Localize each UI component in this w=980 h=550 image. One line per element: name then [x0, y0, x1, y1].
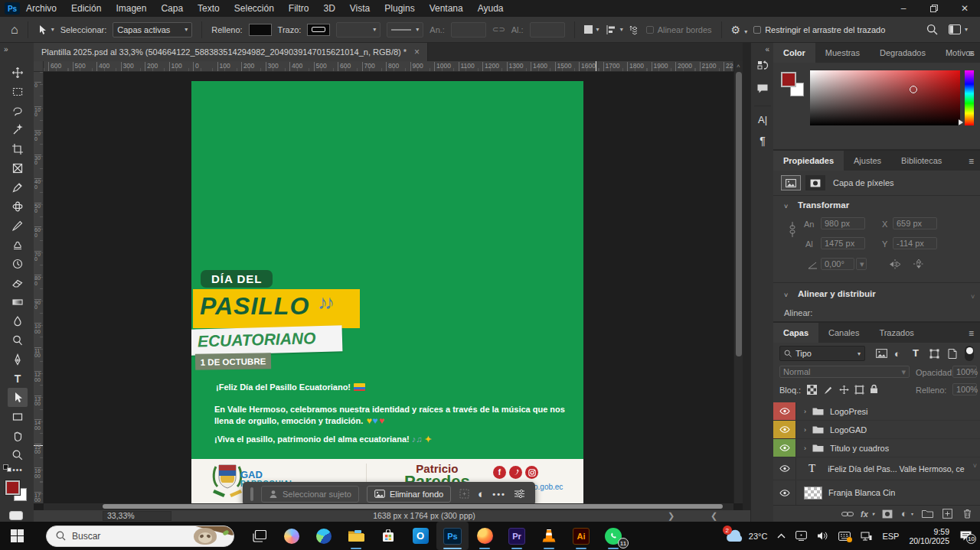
edge-app-icon[interactable] — [308, 522, 340, 550]
group-chevron-icon[interactable]: › — [804, 426, 806, 434]
photoshop-app-icon[interactable]: Ps — [436, 522, 469, 550]
tray-expand-icon[interactable] — [777, 533, 786, 539]
menu-capa[interactable]: Capa — [161, 3, 183, 14]
filter-smartobject-icon[interactable] — [948, 349, 957, 359]
character-panel-icon[interactable]: A| — [753, 110, 772, 129]
visibility-eye-icon[interactable] — [773, 421, 796, 438]
dock-collapse-icon[interactable]: « — [765, 45, 769, 54]
new-group-icon[interactable] — [919, 507, 936, 521]
delete-layer-icon[interactable] — [959, 507, 975, 521]
notification-center-icon[interactable]: 10 — [959, 530, 972, 542]
search-highlight-sloth-image[interactable] — [174, 526, 234, 547]
chevron-down-icon[interactable]: ˅ — [784, 291, 788, 299]
eraser-tool-icon[interactable] — [8, 273, 28, 292]
volume-icon[interactable] — [817, 531, 828, 541]
taskbar-drag-handle[interactable] — [250, 487, 253, 501]
home-icon[interactable]: ⌂ — [11, 23, 18, 37]
layer-style-icon[interactable]: fx▾ — [859, 507, 876, 521]
scroll-down-icon[interactable]: ˅ — [973, 462, 977, 470]
visibility-eye-icon[interactable] — [773, 457, 796, 480]
search-icon[interactable] — [926, 24, 938, 35]
filter-type-icon[interactable]: T — [913, 347, 919, 359]
menu-plugins[interactable]: Plugins — [384, 3, 414, 14]
horizontal-scroll-thumb[interactable] — [103, 504, 723, 509]
color-foreground-swatch[interactable] — [781, 72, 796, 87]
tab-propiedades[interactable]: Propiedades — [773, 151, 844, 171]
visibility-eye-icon[interactable] — [773, 480, 796, 505]
lock-position-icon[interactable] — [839, 385, 849, 395]
layer-row-logopresi[interactable]: › LogoPresi — [773, 402, 980, 421]
lasso-tool-icon[interactable] — [8, 101, 28, 120]
vlc-app-icon[interactable] — [533, 522, 565, 550]
pixel-layer-icon[interactable] — [781, 175, 801, 190]
group-chevron-icon[interactable]: › — [804, 444, 806, 452]
color-picker-cursor[interactable] — [910, 86, 917, 93]
lock-pixels-icon[interactable] — [824, 385, 834, 395]
object-selection-tool-icon[interactable] — [8, 120, 28, 139]
comments-panel-icon[interactable] — [753, 80, 772, 98]
gradient-tool-icon[interactable] — [8, 292, 28, 311]
language-indicator[interactable]: ESP — [882, 532, 899, 541]
menu-imagen[interactable]: Imagen — [116, 3, 146, 14]
blur-tool-icon[interactable] — [8, 311, 28, 330]
whatsapp-app-icon[interactable]: 11 — [597, 522, 629, 550]
task-view-button[interactable] — [243, 522, 276, 550]
menu-archivo[interactable]: Archivo — [26, 3, 57, 14]
foreground-background-swatches[interactable] — [5, 477, 30, 503]
menu-ventana[interactable]: Ventana — [430, 3, 463, 14]
premiere-app-icon[interactable]: Pr — [501, 522, 533, 550]
menu-filtro[interactable]: Filtro — [289, 3, 309, 14]
quick-mask-icon[interactable] — [9, 511, 23, 520]
toolbox-collapse-icon[interactable]: » — [4, 45, 8, 54]
weather-widget[interactable]: 2 23°C — [726, 529, 768, 542]
seleccionar-dropdown[interactable]: Capas activas▾ — [113, 22, 192, 37]
paragraph-panel-icon[interactable]: ¶ — [753, 132, 772, 150]
workspace-switcher-icon[interactable]: ▾ — [949, 24, 968, 34]
contextual-task-bar[interactable]: Seleccionar sujeto Eliminar fondo ◐ ••• — [243, 482, 535, 503]
healing-brush-tool-icon[interactable] — [8, 197, 28, 216]
crop-tool-icon[interactable] — [8, 139, 28, 158]
tab-color[interactable]: Color — [773, 43, 815, 63]
close-icon[interactable]: ✕ — [949, 0, 980, 17]
filter-shape-icon[interactable] — [929, 349, 939, 359]
visibility-eye-icon[interactable] — [773, 439, 796, 457]
visibility-eye-icon[interactable] — [773, 402, 796, 420]
tab-bibliotecas[interactable]: Bibliotecas — [891, 151, 952, 171]
frame-tool-icon[interactable] — [8, 158, 28, 177]
filter-pixel-icon[interactable] — [876, 349, 887, 358]
path-alignment-icon[interactable]: ▾ — [606, 25, 623, 34]
tab-trazados[interactable]: Trazados — [869, 323, 923, 343]
fill-swatch[interactable] — [249, 24, 272, 36]
vertical-scrollbar[interactable]: ˄ — [733, 61, 743, 503]
path-arrangement-icon[interactable] — [629, 24, 640, 35]
gear-icon[interactable]: ⚙▾ — [731, 24, 748, 36]
vertical-scroll-thumb[interactable] — [736, 72, 742, 356]
type-tool-icon[interactable]: T — [8, 369, 28, 388]
hand-tool-icon[interactable] — [8, 426, 28, 445]
color-field[interactable] — [810, 70, 960, 125]
tab-ajustes[interactable]: Ajustes — [844, 151, 891, 171]
panel-menu-icon[interactable]: ≡ — [969, 328, 974, 339]
hue-slider-arrow[interactable] — [959, 119, 963, 125]
menu-texto[interactable]: Texto — [198, 3, 220, 14]
panel-menu-icon[interactable]: ≡ — [969, 156, 974, 167]
start-button[interactable] — [0, 522, 34, 550]
menu-seleccion[interactable]: Selección — [234, 3, 274, 14]
tab-capas[interactable]: Capas — [773, 323, 818, 343]
horizontal-scrollbar[interactable] — [44, 503, 733, 510]
new-layer-icon[interactable] — [939, 507, 956, 521]
layer-row-pixel[interactable]: Franja Blanca Cin — [773, 480, 980, 505]
stroke-swatch[interactable] — [307, 24, 330, 36]
link-layers-icon[interactable] — [839, 507, 856, 521]
more-options-icon[interactable]: ••• — [492, 490, 506, 499]
history-brush-tool-icon[interactable] — [8, 254, 28, 273]
adjustments-icon[interactable]: ◐ — [478, 487, 485, 500]
link-dimensions-icon[interactable] — [789, 221, 796, 238]
layer-row-titulo[interactable]: › Titulo y cuadros — [773, 439, 980, 457]
clone-stamp-tool-icon[interactable] — [8, 235, 28, 254]
default-colors-icon[interactable] — [3, 462, 14, 471]
poster-canvas[interactable]: DÍA DEL PASILLO ♪♪ ECUATORIANO 1 DE OCTU… — [191, 81, 583, 503]
layer-row-text[interactable]: T iFeliz Día del Pas... Valle Hermoso, c… — [773, 457, 980, 480]
foreground-color-swatch[interactable] — [5, 480, 20, 495]
shape-operations-icon[interactable]: ▾ — [584, 25, 599, 34]
